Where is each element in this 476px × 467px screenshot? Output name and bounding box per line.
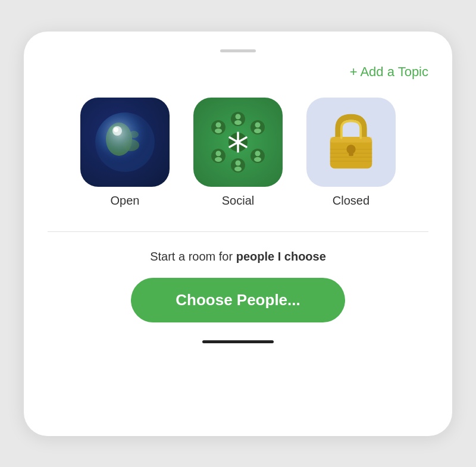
closed-label: Closed bbox=[333, 194, 369, 208]
svg-point-5 bbox=[95, 112, 155, 172]
globe-icon-wrapper bbox=[80, 98, 170, 187]
phone-card: + Add a Topic bbox=[24, 32, 452, 436]
lock-icon bbox=[324, 112, 378, 172]
svg-point-7 bbox=[114, 127, 118, 132]
svg-point-20 bbox=[255, 151, 261, 156]
option-social[interactable]: Social bbox=[193, 98, 283, 208]
bottom-bar bbox=[202, 340, 274, 343]
svg-point-15 bbox=[234, 120, 242, 125]
svg-rect-38 bbox=[349, 149, 353, 155]
svg-point-12 bbox=[236, 140, 240, 145]
choose-people-button[interactable]: Choose People... bbox=[131, 278, 345, 322]
social-icon bbox=[205, 109, 271, 175]
svg-point-14 bbox=[236, 114, 241, 119]
svg-point-27 bbox=[215, 157, 222, 162]
description-bold: people I choose bbox=[236, 250, 326, 263]
add-topic-button[interactable]: + Add a Topic bbox=[350, 64, 428, 80]
svg-point-29 bbox=[216, 122, 221, 127]
options-row: Open bbox=[48, 98, 428, 208]
svg-point-18 bbox=[254, 128, 261, 133]
globe-icon bbox=[92, 109, 158, 175]
description-prefix: Start a room for bbox=[150, 250, 236, 263]
svg-point-23 bbox=[236, 160, 241, 165]
svg-point-30 bbox=[215, 128, 222, 133]
lock-icon-wrapper bbox=[306, 98, 396, 187]
notch-bar bbox=[220, 49, 256, 52]
svg-rect-32 bbox=[330, 136, 372, 142]
option-open[interactable]: Open bbox=[80, 98, 170, 208]
svg-point-26 bbox=[216, 151, 221, 156]
divider bbox=[48, 231, 428, 232]
svg-point-21 bbox=[254, 157, 261, 162]
svg-point-24 bbox=[234, 167, 242, 171]
option-closed[interactable]: Closed bbox=[306, 98, 396, 208]
svg-point-17 bbox=[255, 122, 261, 127]
social-label: Social bbox=[222, 194, 254, 208]
social-icon-wrapper bbox=[193, 98, 283, 187]
description-text: Start a room for people I choose bbox=[48, 250, 428, 264]
open-label: Open bbox=[111, 194, 140, 208]
